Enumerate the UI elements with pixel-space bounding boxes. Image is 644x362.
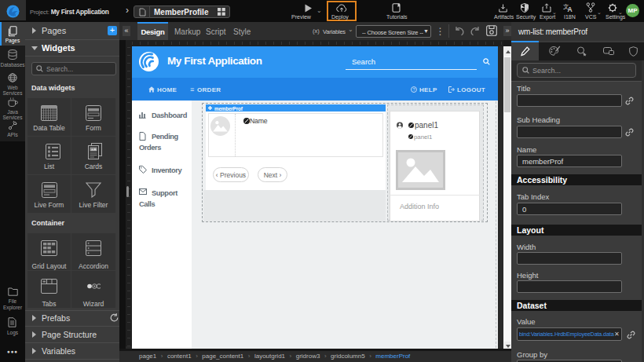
svg-text:?: ? [413, 87, 415, 92]
svg-text:A: A [568, 5, 573, 13]
